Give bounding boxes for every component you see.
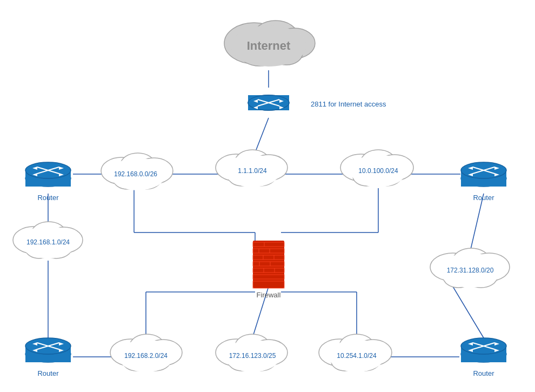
cloud-center-label: 1.1.1.0/24 — [238, 167, 267, 175]
router-left: Router — [25, 162, 71, 202]
cloud-left: 192.168.0.0/26 — [101, 153, 173, 190]
cloud-br-label: 10.254.1.0/24 — [337, 352, 377, 360]
cloud-right2: 172.31.128.0/20 — [430, 248, 510, 288]
cloud-right: 10.0.100.0/24 — [340, 150, 413, 187]
cloud-bc: 172.16.123.0/25 — [216, 334, 287, 372]
router-left-label: Router — [37, 194, 59, 202]
router-bottom-left-label: Router — [37, 369, 59, 377]
cloud-right2-label: 172.31.128.0/20 — [447, 267, 494, 274]
router-top — [248, 95, 289, 110]
cloud-bl: 192.168.2.0/24 — [110, 334, 182, 372]
cloud-right-label: 10.0.100.0/24 — [358, 167, 398, 175]
internet-cloud: Internet — [224, 21, 315, 67]
line-right-router-cloud2r — [470, 194, 484, 251]
cloud-left2: 192.168.1.0/24 — [13, 222, 83, 258]
router-right-label: Router — [473, 194, 494, 202]
cloud-center: 1.1.1.0/24 — [216, 150, 287, 187]
router-bottom-right-label: Router — [473, 369, 494, 377]
network-diagram: Internet 2811 for Internet access 192.16… — [0, 0, 535, 392]
cloud-left-label: 192.168.0.0/26 — [114, 170, 157, 178]
cloud-br: 10.254.1.0/24 — [319, 334, 392, 372]
firewall-label: Firewall — [257, 291, 281, 299]
internet-label: Internet — [247, 39, 291, 52]
cloud-left2-label: 192.168.1.0/24 — [26, 238, 70, 246]
router-right: Router — [461, 162, 506, 202]
cloud-bc-label: 172.16.123.0/25 — [229, 352, 276, 360]
router-bottom-left: Router — [25, 338, 71, 377]
router-bottom-right: Router — [461, 338, 506, 377]
router-top-note: 2811 for Internet access — [311, 100, 386, 108]
firewall: Firewall — [253, 241, 284, 299]
cloud-bl-label: 192.168.2.0/24 — [124, 352, 168, 360]
